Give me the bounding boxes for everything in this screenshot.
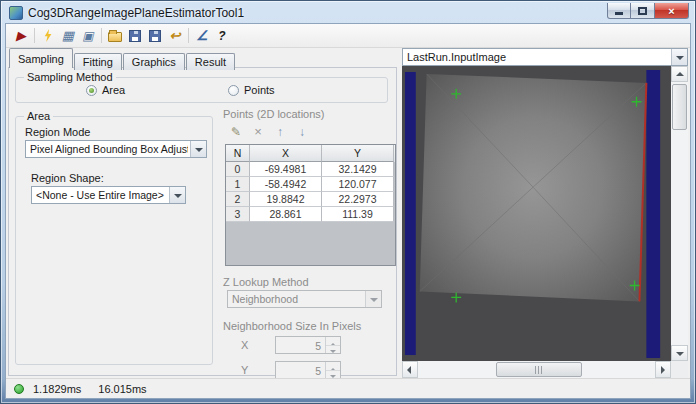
points-toolbar: ✎ × ↑ ↓: [227, 123, 311, 140]
chevron-down-icon[interactable]: [169, 187, 185, 203]
region-shape-label: Region Shape:: [31, 172, 104, 184]
cell-y: 22.2973: [322, 192, 394, 207]
main-toolbar: ▶ ▦ ▣ ↩ ∠ ?: [6, 24, 690, 48]
floppy-icon: [149, 30, 161, 42]
table-row: 3 28.861 111.39: [226, 207, 395, 222]
no-data-strip-left: [405, 72, 416, 355]
toolbar-separator: [101, 28, 102, 43]
table-row: 0 -69.4981 32.1429: [226, 162, 395, 177]
cell-n: 0: [226, 162, 250, 177]
col-header-n: N: [226, 145, 250, 162]
float-window-icon: ▣: [82, 30, 93, 42]
float-window-button[interactable]: ▣: [78, 26, 98, 46]
points-section-label: Points (2D locations): [223, 108, 325, 120]
neighborhood-size-label: Neighborhood Size In Pixels: [223, 320, 361, 332]
image-selector-value: LastRun.InputImage: [407, 51, 669, 63]
region-mode-label: Region Mode: [25, 126, 90, 138]
y-size-value: 5: [315, 365, 321, 377]
spin-down-icon: [326, 345, 340, 353]
spin-up-icon: [326, 362, 340, 370]
chevron-down-icon: [365, 291, 381, 307]
points-table-header: N X Y: [226, 145, 395, 162]
spin-up-icon: [326, 337, 340, 345]
x-size-value: 5: [315, 340, 321, 352]
radio-area[interactable]: Area: [86, 84, 125, 96]
points-section: Points (2D locations) ✎ × ↑ ↓ N X Y: [223, 108, 392, 371]
table-row: 1 -58.4942 120.077: [226, 177, 395, 192]
spin-down-icon: [326, 370, 340, 378]
cell-y: 111.39: [322, 207, 394, 222]
open-file-button[interactable]: [105, 26, 125, 46]
radio-dot-icon: [86, 85, 97, 96]
delete-point-icon: ×: [249, 123, 267, 140]
cell-y: 120.077: [322, 177, 394, 192]
window-title: Cog3DRangeImagePlaneEstimatorTool1: [28, 6, 244, 20]
close-button[interactable]: ×: [655, 3, 689, 19]
import-export-button[interactable]: ↩: [165, 26, 185, 46]
import-arrow-icon: ↩: [170, 29, 181, 42]
range-image-display[interactable]: [402, 66, 671, 361]
scroll-down-button[interactable]: [671, 345, 688, 361]
region-shape-dropdown[interactable]: <None - Use Entire Image>: [31, 186, 186, 204]
tab-graphics[interactable]: Graphics: [123, 53, 185, 70]
scroll-left-button[interactable]: [402, 361, 418, 378]
units-button[interactable]: ∠: [192, 26, 212, 46]
client-area: ▶ ▦ ▣ ↩ ∠ ? SamplingFittingGraphicsResul…: [5, 23, 691, 399]
image-selector-dropdown[interactable]: LastRun.InputImage: [402, 48, 688, 66]
chevron-down-icon[interactable]: [671, 49, 687, 65]
lightning-icon: [44, 29, 53, 42]
x-size-stepper: 5: [275, 336, 341, 354]
radio-points[interactable]: Points: [228, 84, 275, 96]
radio-points-label: Points: [244, 84, 275, 96]
scroll-up-button[interactable]: [671, 66, 688, 82]
horizontal-scrollbar[interactable]: [402, 361, 671, 378]
horizontal-scroll-thumb[interactable]: [496, 362, 582, 377]
table-row: 2 19.8842 22.2973: [226, 192, 395, 207]
help-icon: ?: [218, 30, 225, 42]
minimize-button[interactable]: [607, 3, 631, 19]
image-grid-button[interactable]: ▦: [58, 26, 78, 46]
region-shape-value: <None - Use Entire Image>: [36, 189, 167, 201]
vertical-scroll-thumb[interactable]: [672, 84, 687, 130]
region-mode-dropdown[interactable]: Pixel Aligned Bounding Box Adjust Mask: [25, 140, 207, 158]
col-header-x: X: [250, 145, 322, 162]
tab-result[interactable]: Result: [186, 53, 235, 70]
maximize-button[interactable]: [631, 3, 655, 19]
cell-y: 32.1429: [322, 162, 394, 177]
chevron-down-icon[interactable]: [190, 141, 206, 157]
open-folder-icon: [108, 32, 122, 42]
scrollbar-corner: [671, 361, 688, 378]
image-grid-icon: ▦: [62, 29, 74, 42]
run-icon: ▶: [16, 29, 26, 42]
run-time-primary: 1.1829ms: [33, 383, 81, 395]
save-as-button[interactable]: [145, 26, 165, 46]
image-display-pane: LastRun.InputImage: [400, 48, 690, 378]
y-label: Y: [241, 364, 248, 376]
save-file-button[interactable]: [125, 26, 145, 46]
run-button[interactable]: ▶: [11, 26, 31, 46]
sampling-tab-page: Sampling Method Area Points Area: [8, 67, 397, 376]
tab-sampling[interactable]: Sampling: [9, 48, 73, 68]
cell-x: -58.4942: [250, 177, 322, 192]
vertical-scrollbar[interactable]: [671, 66, 688, 361]
cell-n: 3: [226, 207, 250, 222]
range-image-svg: [402, 66, 671, 361]
auto-run-button[interactable]: [38, 26, 58, 46]
cell-n: 2: [226, 192, 250, 207]
points-table: N X Y 0 -69.4981 32.1429 1 -: [225, 144, 396, 266]
app-window: Cog3DRangeImagePlaneEstimatorTool1 × ▶ ▦…: [0, 0, 696, 404]
minimize-icon: [615, 12, 623, 15]
scroll-right-button[interactable]: [655, 361, 671, 378]
maximize-icon: [638, 7, 647, 15]
tab-strip: SamplingFittingGraphicsResult: [6, 48, 400, 68]
y-size-stepper: 5: [275, 361, 341, 379]
run-time-secondary: 16.015ms: [98, 383, 146, 395]
angle-icon: ∠: [196, 29, 208, 42]
area-group: Area Region Mode Pixel Aligned Bounding …: [15, 116, 213, 365]
floppy-icon: [129, 30, 141, 42]
title-bar[interactable]: Cog3DRangeImagePlaneEstimatorTool1 ×: [2, 2, 694, 23]
help-button[interactable]: ?: [212, 26, 232, 46]
sampling-method-group: Sampling Method Area Points: [15, 77, 388, 103]
sampling-method-label: Sampling Method: [24, 71, 116, 83]
tab-fitting[interactable]: Fitting: [74, 53, 122, 70]
